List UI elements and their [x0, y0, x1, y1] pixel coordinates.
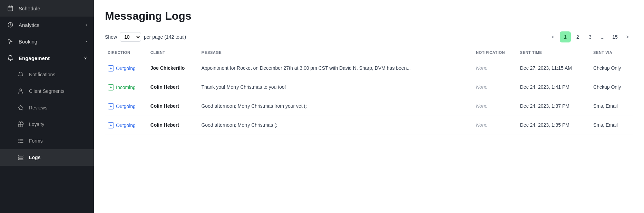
person-icon [17, 88, 24, 95]
cell-notification: None [473, 78, 517, 97]
message-logs-table: Direction Client Message Notification Se… [105, 46, 633, 135]
prev-page-button[interactable]: < [547, 31, 558, 42]
sidebar-item-client-segments[interactable]: Client Segments [0, 83, 94, 99]
sidebar: Schedule Analytics › Booking › Engagemen… [0, 0, 94, 213]
svg-rect-17 [18, 159, 23, 160]
cell-message: Good afternoon; Merry Christmas (: [198, 116, 473, 135]
cell-client: Colin Hebert [148, 116, 199, 135]
sidebar-item-label: Client Segments [29, 88, 65, 94]
sidebar-item-booking[interactable]: Booking › [0, 33, 94, 50]
direction-icon: + [108, 122, 114, 128]
sidebar-item-forms[interactable]: Forms [0, 133, 94, 149]
bell-icon [7, 55, 14, 61]
sidebar-item-loyalty[interactable]: Loyalty [0, 116, 94, 133]
cell-sent-time: Dec 24, 2023, 1:41 PM [517, 78, 591, 97]
cursor-icon [7, 38, 14, 45]
cell-direction: + Outgoing [105, 116, 148, 135]
cell-client: Colin Hebert [148, 97, 199, 116]
direction-icon: + [108, 65, 114, 71]
direction-icon: + [108, 103, 114, 109]
sidebar-item-label: Logs [29, 155, 40, 160]
page-title: Messaging Logs [105, 10, 633, 22]
sidebar-item-label: Loyalty [29, 122, 44, 127]
logs-icon [17, 154, 24, 161]
per-page-text: per page (142 total) [144, 34, 186, 40]
cell-sent-time: Dec 24, 2023, 1:37 PM [517, 97, 591, 116]
col-sent-via: Sent Via [591, 46, 633, 59]
per-page-select[interactable]: 10 25 50 100 [120, 32, 141, 42]
col-direction: Direction [105, 46, 148, 59]
sidebar-item-label: Analytics [19, 22, 39, 28]
cell-direction: + Outgoing [105, 59, 148, 78]
sidebar-item-reviews[interactable]: Reviews [0, 99, 94, 116]
sidebar-item-label: Engagement [19, 55, 50, 61]
sidebar-item-analytics[interactable]: Analytics › [0, 17, 94, 33]
page-15-button[interactable]: 15 [609, 31, 621, 42]
sidebar-item-notifications[interactable]: Notifications [0, 66, 94, 83]
star-icon [17, 104, 24, 111]
svg-rect-16 [18, 157, 23, 158]
col-notification: Notification [473, 46, 517, 59]
cell-message: Good afternoon; Merry Christmas from you… [198, 97, 473, 116]
page-2-button[interactable]: 2 [572, 31, 583, 42]
cell-message: Appointment for Rocket on December 27th … [198, 59, 473, 78]
col-message: Message [198, 46, 473, 59]
pagination: < 1 2 3 ... 15 > [547, 31, 633, 42]
table-row: + Incoming Colin Hebert Thank you! Merry… [105, 78, 633, 97]
cell-sent-via: Chckup Only [591, 59, 633, 78]
cell-notification: None [473, 116, 517, 135]
calendar-icon [7, 5, 14, 12]
page-1-button[interactable]: 1 [560, 31, 571, 42]
list-icon [17, 137, 24, 144]
sidebar-item-schedule[interactable]: Schedule [0, 0, 94, 17]
main-content: Messaging Logs Show 10 25 50 100 per pag… [94, 0, 644, 213]
col-client: Client [148, 46, 199, 59]
table-row: + Outgoing Colin Hebert Good afternoon; … [105, 116, 633, 135]
cell-direction: + Incoming [105, 78, 148, 97]
next-page-button[interactable]: > [622, 31, 633, 42]
cell-sent-via: Sms, Email [591, 97, 633, 116]
sidebar-item-label: Schedule [19, 6, 40, 11]
cell-client: Joe Chickerillo [148, 59, 199, 78]
cell-client: Colin Hebert [148, 78, 199, 97]
cell-sent-time: Dec 27, 2023, 11:15 AM [517, 59, 591, 78]
chevron-right-icon: › [86, 22, 87, 27]
cell-sent-via: Chckup Only [591, 78, 633, 97]
chevron-down-icon: ∨ [84, 56, 87, 60]
cell-notification: None [473, 97, 517, 116]
show-label: Show [105, 34, 117, 40]
page-ellipsis: ... [597, 31, 608, 42]
svg-point-5 [20, 89, 22, 91]
table-row: + Outgoing Joe Chickerillo Appointment f… [105, 59, 633, 78]
direction-icon: + [108, 84, 114, 90]
svg-rect-15 [18, 155, 23, 156]
sidebar-item-label: Forms [29, 138, 43, 144]
cell-notification: None [473, 59, 517, 78]
cell-sent-time: Dec 24, 2023, 1:35 PM [517, 116, 591, 135]
chevron-right-icon: › [86, 39, 87, 44]
sidebar-item-engagement[interactable]: Engagement ∨ [0, 50, 94, 66]
clock-icon [7, 21, 14, 28]
message-logs-table-wrapper: Direction Client Message Notification Se… [94, 46, 644, 213]
sidebar-item-label: Booking [19, 39, 37, 45]
controls-bar: Show 10 25 50 100 per page (142 total) <… [94, 28, 644, 46]
page-3-button[interactable]: 3 [585, 31, 596, 42]
cell-message: Thank you! Merry Christmas to you too! [198, 78, 473, 97]
sidebar-item-label: Reviews [29, 105, 47, 110]
bell-sub-icon [17, 71, 24, 78]
svg-marker-6 [18, 105, 23, 110]
svg-rect-0 [8, 6, 13, 11]
table-row: + Outgoing Colin Hebert Good afternoon; … [105, 97, 633, 116]
page-header: Messaging Logs [94, 0, 644, 28]
sidebar-item-label: Notifications [29, 72, 55, 77]
sidebar-item-logs[interactable]: Logs [0, 149, 94, 166]
gift-icon [17, 121, 24, 128]
cell-sent-via: Sms, Email [591, 116, 633, 135]
col-sent-time: Sent Time [517, 46, 591, 59]
cell-direction: + Outgoing [105, 97, 148, 116]
